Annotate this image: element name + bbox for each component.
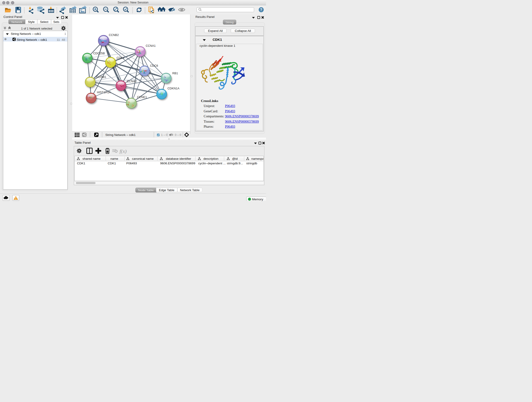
svg-text:canonical name: canonical name bbox=[132, 157, 154, 160]
svg-text:CCNB1: CCNB1 bbox=[96, 75, 106, 79]
svg-text:CCNB2: CCNB2 bbox=[109, 33, 119, 37]
svg-text:f(x): f(x) bbox=[120, 148, 127, 154]
svg-text:?: ? bbox=[260, 8, 262, 12]
svg-text:CCNE1: CCNE1 bbox=[137, 95, 147, 99]
svg-text:CDK1: CDK1 bbox=[117, 56, 124, 60]
svg-text:CDC6: CDC6 bbox=[150, 64, 158, 67]
svg-text:RB1: RB1 bbox=[172, 71, 178, 75]
svg-text:name: name bbox=[110, 157, 118, 160]
svg-text:@id: @id bbox=[232, 157, 238, 160]
svg-text:CCNA2: CCNA2 bbox=[127, 80, 137, 83]
svg-text:CDKN1A: CDKN1A bbox=[167, 87, 179, 90]
svg-text:CDC25B: CDC25B bbox=[93, 51, 105, 55]
svg-text:HIST1H1A: HIST1H1A bbox=[97, 90, 111, 94]
svg-text:0 – 0: 0 – 0 bbox=[175, 133, 181, 137]
svg-text:database identifier: database identifier bbox=[166, 157, 191, 160]
svg-text:description: description bbox=[203, 157, 218, 160]
svg-text:CCNA1: CCNA1 bbox=[146, 44, 156, 47]
svg-text:shared name: shared name bbox=[82, 157, 101, 160]
svg-text:1 – 0: 1 – 0 bbox=[161, 133, 167, 137]
svg-text:namespac: namespac bbox=[251, 157, 264, 160]
svg-text:String Network – cdk1: String Network – cdk1 bbox=[105, 133, 136, 137]
